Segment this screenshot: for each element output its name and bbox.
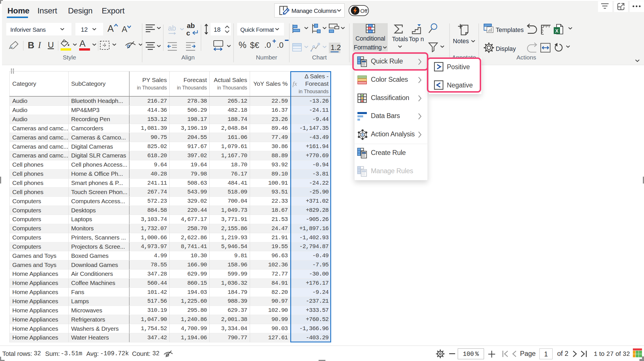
svg-text:X: X (555, 28, 559, 34)
